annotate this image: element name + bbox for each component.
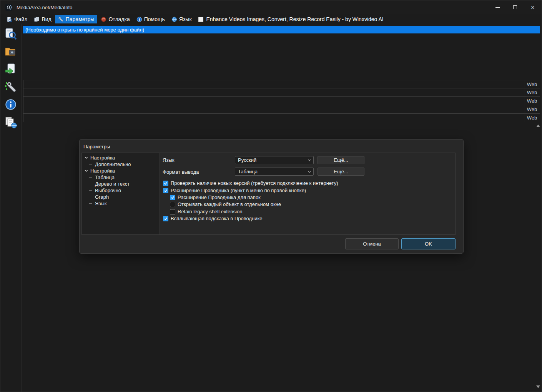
folder-camera-icon <box>4 45 17 58</box>
output-format-more-button[interactable]: Ещё... <box>318 168 364 176</box>
legacy-shell-row: Retain legacy shell extension <box>170 209 242 214</box>
cancel-button[interactable]: Отмена <box>345 238 399 249</box>
promo-text: Enhance Videos Images, Convert, Resize R… <box>206 16 384 22</box>
menu-help[interactable]: Помощь <box>133 15 168 23</box>
dialog-title: Параметры <box>83 144 110 149</box>
separate-window-checkbox[interactable] <box>170 202 175 207</box>
tree-item-advanced[interactable]: Дополнительно <box>82 161 160 168</box>
tooltip-checkbox[interactable] <box>163 216 168 221</box>
minimize-button[interactable] <box>489 0 506 14</box>
globe-icon <box>171 17 177 22</box>
web-link-cell[interactable]: Web <box>524 97 540 105</box>
row-spacer <box>23 80 524 88</box>
file-list-row: Web <box>23 88 540 97</box>
scroll-up-icon[interactable] <box>536 125 540 127</box>
file-list-row: Web <box>23 105 540 114</box>
chevron-down-icon <box>84 156 88 160</box>
export-icon <box>4 63 17 76</box>
tree-item-label: Дополнительно <box>95 161 131 167</box>
options-dialog: Параметры Настройка Дополнительно Настро… <box>79 139 464 254</box>
file-menu-icon <box>7 17 12 22</box>
about-button[interactable] <box>3 97 18 111</box>
legacy-shell-checkbox[interactable] <box>170 209 175 214</box>
tree-item-setup-2[interactable]: Настройка <box>82 168 160 174</box>
language-select-value: Русский <box>238 157 256 163</box>
maximize-button[interactable] <box>506 0 524 14</box>
menu-debug[interactable]: Отладка <box>98 15 133 23</box>
mediainfo-window: MediaArea.net/MediaInfo × Файл Вид <box>0 0 542 392</box>
output-format-select-value: Таблица <box>238 169 258 174</box>
web-link-cell[interactable]: Web <box>524 105 540 113</box>
side-toolbar <box>0 24 22 392</box>
language-more-button[interactable]: Ещё... <box>318 156 364 164</box>
tooltip-row: Всплывающая подсказка в Проводнике <box>163 216 262 221</box>
separate-window-row: Открывать каждый объект в отдельном окне <box>170 201 281 207</box>
check-icon <box>164 217 168 221</box>
checkbox-label: Проверять наличие новых версий (требуетс… <box>171 180 338 186</box>
tree-item-label: Дерево и текст <box>95 181 130 187</box>
web-link-cell[interactable]: Web <box>524 80 540 88</box>
promo-app-icon <box>198 17 203 22</box>
output-format-select[interactable]: Таблица <box>235 168 314 176</box>
options-button[interactable] <box>3 80 18 94</box>
open-file-icon <box>4 27 17 40</box>
menu-options[interactable]: Параметры <box>55 15 98 23</box>
file-list-row: Web <box>23 114 540 122</box>
capture-button[interactable] <box>3 44 18 58</box>
chevron-down-icon <box>308 158 311 162</box>
export-button[interactable] <box>3 62 18 76</box>
web-link-cell[interactable]: Web <box>524 88 540 96</box>
file-list-row: Web <box>23 80 540 88</box>
checkbox-label: Расширение Проводника для папок <box>178 194 261 200</box>
shell-extension-checkbox[interactable] <box>163 188 168 193</box>
tree-item-setup-1[interactable]: Настройка <box>82 154 160 161</box>
promo-banner[interactable]: Enhance Videos Images, Convert, Resize R… <box>198 16 384 22</box>
menu-file[interactable]: Файл <box>3 15 30 23</box>
scroll-down-icon[interactable] <box>536 385 540 388</box>
menu-language[interactable]: Язык <box>168 15 195 23</box>
maximize-icon <box>513 5 517 9</box>
web-link-cell[interactable]: Web <box>524 114 540 122</box>
ok-button[interactable]: OK <box>401 238 456 249</box>
info-menu-icon <box>136 17 142 22</box>
row-spacer <box>23 88 524 96</box>
tree-item-label: Graph <box>95 194 109 200</box>
language-field-label: Язык <box>163 157 174 163</box>
output-format-field-label: Формат вывода <box>163 169 199 175</box>
options-panel: Язык Русский Ещё... Формат вывода Таблиц… <box>160 153 456 235</box>
tree-item-label: Выборочно <box>95 188 121 193</box>
tree-connector <box>89 200 93 207</box>
copy-report-button[interactable] <box>3 115 18 129</box>
open-file-banner: (Необходимо открыть по крайней мере один… <box>23 26 540 33</box>
tree-item-custom[interactable]: Выборочно <box>82 187 160 194</box>
tree-item-label: Таблица <box>95 174 115 180</box>
tree-item-label: Язык <box>95 201 106 206</box>
menu-view[interactable]: Вид <box>31 15 54 23</box>
tree-connector <box>89 194 93 200</box>
tree-item-graph[interactable]: Graph <box>82 194 160 200</box>
checkbox-label: Расширение Проводника (пункт в меню по п… <box>171 188 306 193</box>
chevron-down-icon <box>84 169 88 173</box>
settings-tree: Настройка Дополнительно Настройка Таблиц… <box>81 153 160 235</box>
vertical-scrollbar[interactable] <box>535 123 541 389</box>
tree-item-tree-text[interactable]: Дерево и текст <box>82 181 160 187</box>
tree-item-language[interactable]: Язык <box>82 200 160 207</box>
open-file-button[interactable] <box>3 27 18 41</box>
close-button[interactable]: × <box>524 0 542 14</box>
menu-label: Помощь <box>144 16 165 22</box>
tree-item-table[interactable]: Таблица <box>82 174 160 181</box>
folder-extension-checkbox[interactable] <box>170 195 175 200</box>
language-select[interactable]: Русский <box>235 156 314 164</box>
menu-label: Вид <box>42 16 51 22</box>
shell-extension-row: Расширение Проводника (пункт в меню по п… <box>163 188 306 193</box>
menu-bar: Файл Вид Параметры Отладка <box>0 14 542 24</box>
row-spacer <box>23 114 524 122</box>
check-updates-checkbox[interactable] <box>163 181 168 186</box>
menu-label: Отладка <box>108 16 130 22</box>
tree-connector <box>89 174 93 181</box>
checkbox-label: Всплывающая подсказка в Проводнике <box>171 216 262 221</box>
tree-connector <box>89 161 93 168</box>
row-spacer <box>23 105 524 113</box>
copy-report-icon <box>4 116 17 129</box>
tree-connector <box>89 181 93 187</box>
